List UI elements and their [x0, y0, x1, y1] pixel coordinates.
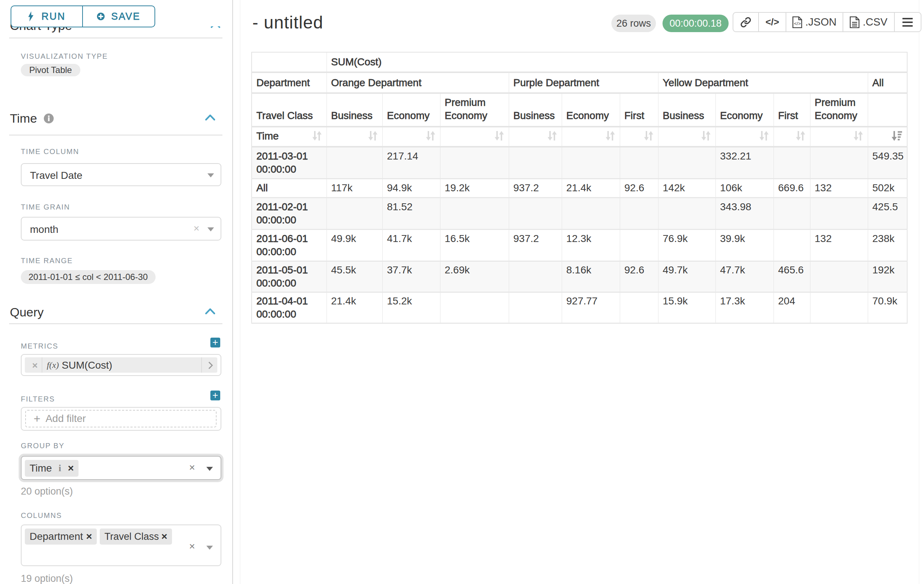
svg-text:</>: </>: [794, 21, 801, 26]
